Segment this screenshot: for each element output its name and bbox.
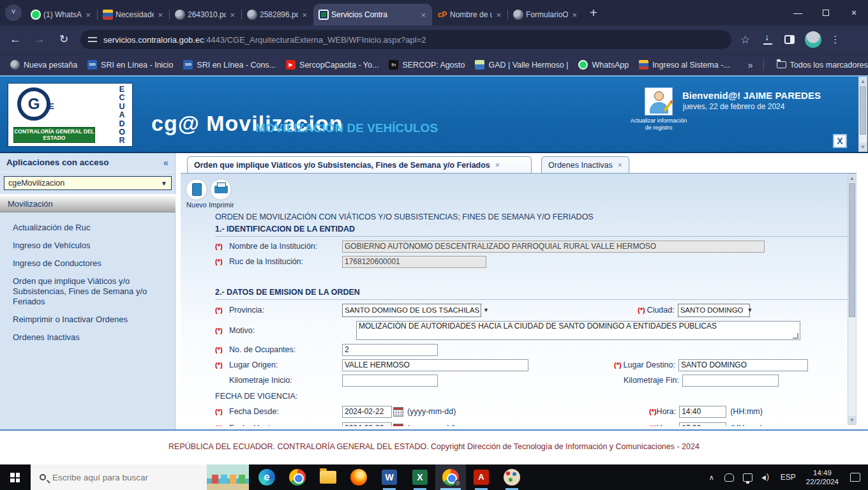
search-input[interactable] <box>52 473 180 482</box>
content-scrollbar[interactable]: ▲ ▼ <box>848 174 857 425</box>
bookmark-whatsapp[interactable]: WhatsApp <box>578 60 629 70</box>
bookmark-sercop[interactable]: fnSERCOP: Agosto <box>389 60 465 70</box>
lugar-destino-input[interactable] <box>678 359 808 371</box>
browser-tab-pdf1[interactable]: 2643010.pdf × <box>170 4 241 26</box>
nuevo-button[interactable]: Nuevo <box>184 179 209 209</box>
browser-tab-formulario[interactable]: FormularioOrde × <box>508 4 583 26</box>
taskbar-word[interactable]: W <box>374 464 405 490</box>
sidebar-item-reimprimir[interactable]: Reimprimir o Inactivar Ordenes <box>0 313 169 327</box>
bookmark-sri-consultas[interactable]: SRISRI en Línea - Cons... <box>183 60 276 70</box>
back-button[interactable]: ← <box>6 31 24 48</box>
maximize-button[interactable] <box>812 0 840 26</box>
sidebar-item-orden-viaticos[interactable]: Orden que implique Viáticos y/o Subsiste… <box>0 274 169 309</box>
notification-center-icon[interactable] <box>850 473 860 482</box>
bookmark-star-icon[interactable]: ☆ <box>740 33 750 47</box>
tab-close-icon[interactable]: × <box>495 10 502 20</box>
provincia-select[interactable]: SANTO DOMINGO DE LOS TSACHILAS ▼ <box>342 304 481 317</box>
fecha-desde-input[interactable] <box>342 406 392 418</box>
network-icon[interactable] <box>743 473 752 482</box>
application-select[interactable]: cgeMovilizacion ▼ <box>4 176 172 190</box>
onedrive-icon[interactable] <box>724 473 734 482</box>
taskbar-firefox[interactable] <box>343 464 374 490</box>
tab-close-icon[interactable]: × <box>571 10 578 20</box>
site-settings-icon[interactable] <box>88 36 97 43</box>
sidebar-splitter[interactable] <box>176 153 181 429</box>
forward-button[interactable]: → <box>31 31 49 48</box>
tab-close-icon[interactable]: × <box>618 161 622 170</box>
banner-close-button[interactable]: X <box>833 134 847 148</box>
tray-expand-icon[interactable]: ∧ <box>709 473 714 482</box>
nombre-institucion-input[interactable] <box>342 241 765 253</box>
all-bookmarks-button[interactable]: Todos los marcadores <box>790 61 868 70</box>
ocupantes-input[interactable] <box>342 344 438 356</box>
profile-avatar[interactable] <box>805 31 821 48</box>
downloads-icon[interactable] <box>763 34 773 45</box>
tab-close-icon[interactable]: × <box>495 161 500 170</box>
bookmarks-overflow-icon[interactable]: » <box>748 60 753 70</box>
textarea-resize-handle[interactable] <box>793 333 798 339</box>
km-inicio-input[interactable] <box>342 375 438 387</box>
content-tab-orden-viaticos[interactable]: Orden que implique Viáticos y/o Subsiste… <box>187 156 532 173</box>
ciudad-select[interactable]: SANTO DOMINGO ▼ <box>678 304 750 317</box>
address-bar[interactable]: servicios.contraloria.gob.ec:4443/CGE_Ar… <box>80 30 731 49</box>
volume-icon[interactable] <box>761 473 772 482</box>
taskbar-search[interactable] <box>31 464 249 490</box>
hora-desde-input[interactable] <box>679 406 726 418</box>
bookmark-nueva-pestana[interactable]: Nueva pestaña <box>10 60 77 70</box>
content-tab-ordenes-inactivas[interactable]: Ordenes Inactivas × <box>541 156 629 173</box>
motivo-textarea[interactable]: MOLIZACIÓN DE AUTORIDADES HACIA LA CIUDA… <box>356 321 800 340</box>
fecha-hasta-input[interactable] <box>342 422 392 427</box>
close-window-button[interactable]: × <box>840 0 868 26</box>
sidebar-item-ingreso-vehiculos[interactable]: Ingreso de Vehículos <box>0 239 169 253</box>
minimize-button[interactable]: — <box>784 0 812 26</box>
side-panel-icon[interactable] <box>784 35 795 44</box>
taskbar-chrome-active[interactable] <box>435 464 466 490</box>
banner-scrollbar[interactable]: ▲ ▼ <box>858 77 867 152</box>
imprimir-button[interactable]: Imprimir <box>209 179 233 209</box>
taskbar-edge[interactable]: e <box>251 464 282 490</box>
sidebar-group-movilizacion[interactable]: Movilización <box>0 194 176 212</box>
km-fin-input[interactable] <box>682 375 779 387</box>
tab-close-icon[interactable]: × <box>419 10 427 20</box>
taskbar-clock[interactable]: 14:49 22/2/2024 <box>806 468 839 486</box>
calendar-icon[interactable] <box>393 407 403 417</box>
bookmark-sri-inicio[interactable]: SRISRI en Línea - Inicio <box>87 60 173 70</box>
search-highlight-image[interactable] <box>207 464 249 490</box>
browser-tab-whatsapp[interactable]: (1) WhatsApp × <box>26 4 97 26</box>
browser-tab-necesidades[interactable]: Necesidades de × <box>98 4 169 26</box>
lugar-origen-input[interactable] <box>342 359 528 371</box>
tab-close-icon[interactable]: × <box>228 10 236 20</box>
hora-hasta-input[interactable] <box>679 422 726 427</box>
update-registration-avatar[interactable] <box>645 87 673 115</box>
taskbar-paint[interactable] <box>497 464 527 490</box>
bookmark-ingreso[interactable]: Ingreso al Sistema -... <box>639 60 730 70</box>
sidebar-item-actualizacion-ruc[interactable]: Actualización de Ruc <box>0 221 169 235</box>
browser-menu-icon[interactable]: ⋮ <box>830 34 840 45</box>
bookmark-gad[interactable]: GAD | Valle Hermoso | <box>475 60 568 70</box>
tab-close-icon[interactable]: × <box>301 10 308 20</box>
language-indicator[interactable]: ESP <box>781 473 796 482</box>
browser-tab-servicios-active[interactable]: Servicios Contra × <box>313 4 432 26</box>
taskbar-chrome[interactable] <box>282 464 313 490</box>
browser-tab-pdf2[interactable]: 2582896.pdf × <box>242 4 313 26</box>
start-button[interactable] <box>0 464 31 490</box>
required-mark: (*) <box>215 327 229 334</box>
taskbar-excel[interactable]: X <box>405 464 435 490</box>
browser-tab-nombre[interactable]: cP Nombre de usua × <box>432 4 507 26</box>
ruc-institucion-input[interactable] <box>342 256 486 268</box>
calendar-icon[interactable] <box>393 424 403 427</box>
taskbar-explorer[interactable] <box>313 464 343 490</box>
scrollbar-thumb[interactable] <box>860 86 866 135</box>
bookmark-sercopcapacita[interactable]: ▶SercopCapacita - Yo... <box>286 60 378 70</box>
new-tab-button[interactable]: + <box>590 6 597 20</box>
scrollbar-thumb[interactable] <box>849 183 855 317</box>
avatar-caption[interactable]: Actualizar información de registro <box>628 117 689 131</box>
tab-close-icon[interactable]: × <box>84 10 92 20</box>
sidebar-collapse-icon[interactable]: « <box>163 157 168 168</box>
tab-close-icon[interactable]: × <box>156 10 164 20</box>
sidebar-item-ordenes-inactivas[interactable]: Ordenes Inactivas <box>0 330 169 345</box>
sidebar-item-ingreso-conductores[interactable]: Ingreso de Conductores <box>0 256 169 271</box>
reload-button[interactable]: ↻ <box>55 31 73 48</box>
tab-search-icon[interactable]: ˅ <box>5 4 22 21</box>
taskbar-acrobat[interactable]: A <box>466 464 497 490</box>
